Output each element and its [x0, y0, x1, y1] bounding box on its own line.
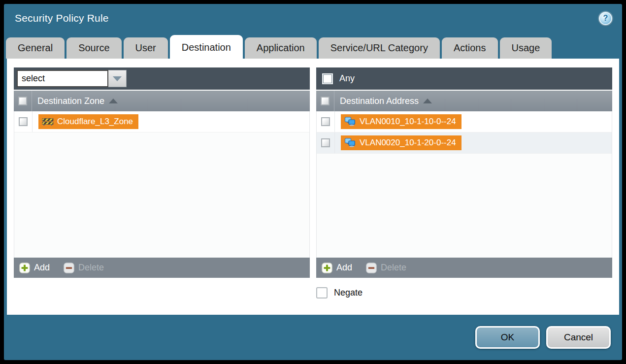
- any-checkbox[interactable]: [322, 73, 333, 84]
- tab-application[interactable]: Application: [245, 37, 317, 59]
- zone-row-checkbox[interactable]: [19, 117, 28, 126]
- zone-type-select-value[interactable]: select: [17, 70, 108, 87]
- address-entry[interactable]: VLAN0020_10-1-20-0--24: [341, 135, 461, 150]
- destination-address-panel: Any Destination Address: [316, 67, 612, 278]
- zone-column-header-label[interactable]: Destination Zone: [37, 96, 118, 106]
- zone-add-button[interactable]: Add: [19, 263, 50, 273]
- any-label: Any: [339, 73, 355, 84]
- address-select-all-checkbox[interactable]: [321, 97, 329, 105]
- negate-row: Negate: [316, 287, 612, 298]
- delete-minus-icon: [64, 263, 74, 273]
- address-entry-label: VLAN0010_10-1-10-0--24: [360, 117, 456, 127]
- delete-minus-icon: [366, 263, 377, 273]
- security-policy-rule-dialog: Security Policy Rule ? General Source Us…: [4, 4, 622, 360]
- address-panel-toolbar: Any: [316, 67, 612, 90]
- tab-bar: General Source User Destination Applicat…: [4, 33, 622, 59]
- address-entry[interactable]: VLAN0010_10-1-10-0--24: [341, 114, 461, 129]
- tab-general[interactable]: General: [6, 37, 65, 59]
- table-row: VLAN0010_10-1-10-0--24: [317, 111, 612, 132]
- negate-label: Negate: [334, 288, 362, 298]
- delete-button-label: Delete: [381, 263, 406, 273]
- tab-user[interactable]: User: [124, 37, 168, 59]
- address-column-header: Destination Address: [316, 90, 612, 111]
- tab-actions[interactable]: Actions: [442, 37, 498, 59]
- address-row-checkbox[interactable]: [321, 138, 330, 147]
- network-address-icon: [344, 138, 356, 147]
- address-add-button[interactable]: Add: [322, 263, 352, 273]
- add-button-label: Add: [34, 263, 50, 273]
- cancel-button[interactable]: Cancel: [546, 326, 611, 349]
- tab-source[interactable]: Source: [66, 37, 121, 59]
- chevron-down-icon: [113, 76, 122, 81]
- zone-panel-toolbar: select: [14, 67, 310, 90]
- tab-destination[interactable]: Destination: [170, 35, 243, 59]
- ok-button[interactable]: OK: [475, 326, 540, 349]
- address-panel-footer: Add Delete: [316, 258, 612, 278]
- tab-usage[interactable]: Usage: [500, 37, 552, 59]
- zone-panel-footer: Add Delete: [14, 258, 310, 278]
- sort-ascending-icon: [109, 99, 118, 103]
- zone-entry-label: Cloudflare_L3_Zone: [57, 117, 133, 127]
- address-list: VLAN0010_10-1-10-0--24: [316, 111, 612, 258]
- dialog-titlebar: Security Policy Rule ?: [4, 4, 622, 33]
- tab-service-url-category[interactable]: Service/URL Category: [319, 37, 440, 59]
- zone-list: Cloudflare_L3_Zone: [14, 111, 310, 258]
- tab-content-destination: select Destination Zone: [7, 59, 619, 315]
- table-row: VLAN0020_10-1-20-0--24: [317, 132, 612, 154]
- zone-barrier-icon: [42, 117, 54, 126]
- zone-type-select-button[interactable]: [108, 70, 127, 87]
- zone-type-select[interactable]: select: [17, 70, 127, 87]
- address-entry-label: VLAN0020_10-1-20-0--24: [360, 138, 456, 148]
- zone-column-header: Destination Zone: [14, 90, 310, 111]
- dialog-footer: OK Cancel: [4, 315, 622, 360]
- sort-ascending-icon: [423, 99, 432, 103]
- negate-checkbox[interactable]: [316, 287, 328, 298]
- zone-select-all-checkbox[interactable]: [18, 97, 27, 105]
- address-column-header-label[interactable]: Destination Address: [340, 96, 432, 106]
- zone-delete-button[interactable]: Delete: [64, 263, 104, 273]
- add-plus-icon: [322, 263, 332, 273]
- address-delete-button[interactable]: Delete: [366, 263, 406, 273]
- destination-zone-panel: select Destination Zone: [14, 67, 310, 278]
- address-row-checkbox[interactable]: [321, 117, 330, 126]
- help-icon[interactable]: ?: [599, 12, 612, 25]
- dialog-title: Security Policy Rule: [15, 12, 109, 24]
- zone-entry[interactable]: Cloudflare_L3_Zone: [38, 114, 138, 129]
- add-plus-icon: [19, 263, 30, 273]
- delete-button-label: Delete: [78, 263, 104, 273]
- network-address-icon: [344, 117, 356, 126]
- table-row: Cloudflare_L3_Zone: [14, 111, 309, 132]
- add-button-label: Add: [336, 263, 352, 273]
